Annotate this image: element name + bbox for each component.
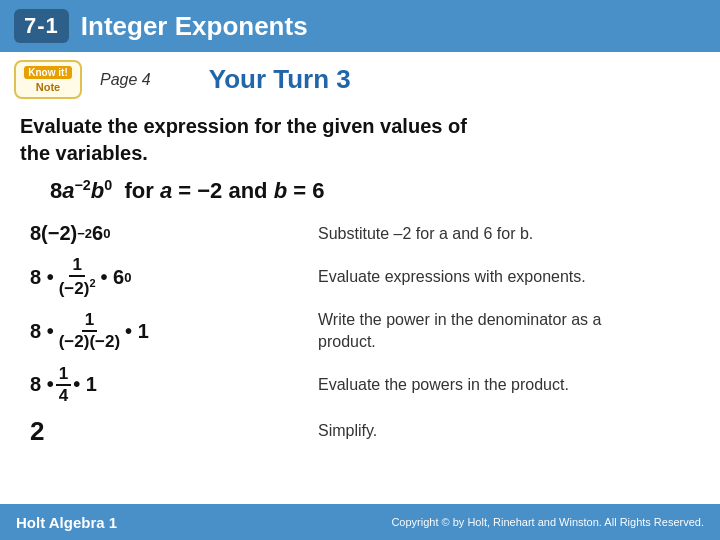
page-label: Page 4 <box>100 71 151 89</box>
step-5-desc: Simplify. <box>318 420 377 442</box>
main-expression: 8a−2b0 for a = −2 and b = 6 <box>50 177 700 204</box>
subheader: Know it! Note Page 4 Your Turn 3 <box>0 52 720 103</box>
step-4-math: 8 • 1 4 • 1 <box>30 364 290 406</box>
step-3-math: 8 • 1 (−2)(−2) • 1 <box>30 310 290 352</box>
note-label: Note <box>36 81 60 93</box>
evaluate-instructions: Evaluate the expression for the given va… <box>20 113 700 167</box>
expression-math: 8a−2b0 for a = −2 and b = 6 <box>50 177 324 204</box>
steps-container: 8(−2)−260 Substitute –2 for a and 6 for … <box>30 222 700 446</box>
step-5: 2 Simplify. <box>30 416 700 447</box>
step-2-math: 8 • 1 (−2)2 • 60 <box>30 255 290 299</box>
step-3-desc: Write the power in the denominator as a … <box>318 309 638 354</box>
step-5-math: 2 <box>30 416 290 447</box>
main-content: Evaluate the expression for the given va… <box>0 103 720 457</box>
step-1-desc: Substitute –2 for a and 6 for b. <box>318 223 533 245</box>
step-2-desc: Evaluate expressions with exponents. <box>318 266 586 288</box>
step-4-desc: Evaluate the powers in the product. <box>318 374 569 396</box>
lesson-badge: 7-1 <box>14 9 69 43</box>
header: 7-1 Integer Exponents <box>0 0 720 52</box>
know-it-label: Know it! <box>24 66 72 79</box>
lesson-title: Integer Exponents <box>81 11 308 42</box>
footer: Holt Algebra 1 Copyright © by Holt, Rine… <box>0 504 720 540</box>
your-turn-heading: Your Turn 3 <box>209 64 351 95</box>
step-2: 8 • 1 (−2)2 • 60 Evaluate expressions wi… <box>30 255 700 299</box>
step-1-math: 8(−2)−260 <box>30 222 290 245</box>
step-4: 8 • 1 4 • 1 Evaluate the powers in the p… <box>30 364 700 406</box>
footer-brand: Holt Algebra 1 <box>16 514 117 531</box>
footer-copyright: Copyright © by Holt, Rinehart and Winsto… <box>391 516 704 528</box>
step-3: 8 • 1 (−2)(−2) • 1 Write the power in th… <box>30 309 700 354</box>
step-1: 8(−2)−260 Substitute –2 for a and 6 for … <box>30 222 700 245</box>
know-it-note: Know it! Note <box>14 60 82 99</box>
